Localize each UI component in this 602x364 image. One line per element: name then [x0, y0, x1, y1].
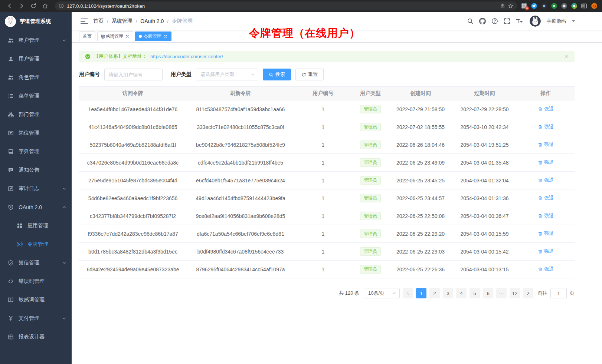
- page-number-button[interactable]: ···: [496, 288, 507, 298]
- sidebar-item[interactable]: 菜单管理: [0, 87, 72, 105]
- force-logout-button[interactable]: 强退: [538, 159, 554, 166]
- user-name[interactable]: 芋道源码: [547, 18, 566, 24]
- created-time-cell: 2022-07-02 18:55:55: [389, 118, 452, 136]
- force-logout-button[interactable]: 强退: [538, 266, 554, 272]
- sidebar-item[interactable]: 部门管理: [0, 105, 72, 124]
- app-window: 芋道管理系统 租户管理 用户管理 角色管理: [0, 12, 602, 364]
- breadcrumb-link[interactable]: 首页: [93, 18, 104, 24]
- reload-icon[interactable]: [30, 3, 36, 9]
- sidebar-item[interactable]: 报表设计器: [0, 328, 72, 346]
- search-icon[interactable]: [467, 18, 474, 24]
- breadcrumb-link[interactable]: OAuth 2.0: [140, 18, 164, 24]
- prev-page-button[interactable]: [403, 288, 413, 298]
- sidebar-item-label: 岗位管理: [19, 130, 66, 136]
- user-type-cell: 管理员: [352, 207, 389, 225]
- tab[interactable]: 敏感词管理: [97, 32, 133, 41]
- alert-doc-link[interactable]: https://doc.iocoder.cn/user-center/: [150, 54, 223, 59]
- app-logo: 芋道管理系统: [0, 12, 72, 31]
- role-icon: [8, 75, 14, 80]
- tab[interactable]: 首页: [79, 32, 95, 41]
- actions-cell: 强退: [517, 100, 575, 118]
- page-number-button[interactable]: 2: [429, 288, 440, 298]
- goto-page-input[interactable]: [550, 288, 567, 298]
- table-row: 275e5de9151045fe87cbdc395e004f4d e6cfd40…: [79, 172, 575, 189]
- sidebar-item[interactable]: 应用管理: [0, 216, 72, 235]
- user-id-cell: 1: [294, 172, 352, 189]
- extension-badge: 0: [525, 6, 529, 10]
- tab[interactable]: 令牌管理: [135, 32, 171, 41]
- user-id-cell: 1: [294, 225, 352, 243]
- reset-button[interactable]: 重置: [295, 69, 324, 80]
- user-avatar[interactable]: [530, 16, 541, 27]
- force-logout-button[interactable]: 强退: [538, 106, 554, 112]
- force-logout-button[interactable]: 强退: [538, 212, 554, 219]
- tab-close-icon[interactable]: [163, 34, 168, 39]
- grid-icon[interactable]: 0: [521, 3, 527, 9]
- breadcrumb-link[interactable]: 系统管理: [112, 18, 132, 24]
- sidebar-item[interactable]: 敏感词管理: [0, 291, 72, 309]
- address-bar[interactable]: 127.0.0.1:1024/system/oauth2/token: [55, 1, 517, 10]
- refresh-token-cell: b0df4980ffd34c67a08f9156e4eee733: [187, 243, 294, 261]
- page-number-button[interactable]: 6: [483, 288, 493, 298]
- sidebar-toggle-icon[interactable]: [81, 18, 88, 24]
- force-logout-label: 强退: [544, 230, 554, 237]
- access-token-cell: f9336e7c7dd242a283ee98dc86b17a87: [79, 225, 187, 243]
- home-icon[interactable]: [42, 3, 48, 9]
- fontsize-icon[interactable]: [516, 18, 523, 24]
- page-number-button[interactable]: 3: [443, 288, 453, 298]
- page-number-button[interactable]: 5: [470, 288, 480, 298]
- bookmark-star-icon[interactable]: [508, 3, 513, 9]
- force-logout-button[interactable]: 强退: [538, 141, 554, 148]
- github-icon[interactable]: [479, 18, 486, 24]
- sidebar-item[interactable]: 字典管理: [0, 142, 72, 161]
- page-number-button[interactable]: 12: [510, 288, 520, 298]
- rainbow-circle-icon[interactable]: [571, 3, 578, 9]
- sidebar-item[interactable]: 租户管理: [0, 31, 72, 50]
- force-logout-button[interactable]: 强退: [538, 177, 554, 183]
- search-button[interactable]: 搜索: [263, 69, 291, 80]
- sidebar-item[interactable]: 岗位管理: [0, 124, 72, 142]
- force-logout-button[interactable]: 强退: [538, 230, 554, 237]
- user-id-input[interactable]: [104, 69, 163, 80]
- dark-circle-icon[interactable]: [541, 3, 547, 9]
- alert-close-icon[interactable]: [565, 54, 569, 59]
- back-icon[interactable]: [7, 3, 13, 9]
- green-circle-icon[interactable]: [551, 3, 557, 9]
- force-logout-button[interactable]: 强退: [538, 195, 554, 201]
- breadcrumb-link[interactable]: 令牌管理: [172, 18, 193, 24]
- expire-time-cell: 2054-03-04 00:13:15: [452, 261, 517, 278]
- gray-circle-icon[interactable]: [561, 3, 567, 9]
- post-icon: [8, 130, 14, 136]
- page-number-button[interactable]: 1: [416, 288, 426, 298]
- bird-icon[interactable]: [531, 3, 537, 9]
- table-row: 41c41346a548490f9dc8b01c6bfe0865 333ecfc…: [79, 118, 575, 136]
- sidebar-item[interactable]: 用户管理: [0, 50, 72, 68]
- split-icon[interactable]: [581, 3, 588, 9]
- sidebar-item[interactable]: 通知公告: [0, 161, 72, 179]
- page-size-value: 10条/页: [368, 290, 385, 297]
- force-logout-button[interactable]: 强退: [538, 248, 554, 255]
- token-icon: [17, 241, 23, 247]
- user-type-select[interactable]: 请选择用户类型: [196, 69, 258, 80]
- next-page-button[interactable]: [523, 288, 533, 298]
- share-icon[interactable]: [500, 3, 505, 9]
- site-info-icon[interactable]: [59, 3, 64, 9]
- refresh-token-cell: e6cfd40eb1f54571a31e775e039c4624: [187, 172, 294, 189]
- caret-down-icon[interactable]: [572, 20, 575, 22]
- tab-close-icon[interactable]: [125, 34, 130, 39]
- page-number-button[interactable]: 4: [456, 288, 467, 298]
- sidebar-item[interactable]: 令牌管理: [0, 235, 72, 254]
- fullscreen-icon[interactable]: [504, 18, 510, 24]
- force-logout-button[interactable]: 强退: [538, 123, 554, 130]
- sidebar-item[interactable]: 角色管理: [0, 68, 72, 87]
- page-size-select[interactable]: 10条/页: [364, 288, 400, 298]
- sidebar-item-label: 错误码管理: [19, 278, 66, 285]
- forward-icon[interactable]: [19, 3, 24, 9]
- sidebar-item[interactable]: 短信管理: [0, 254, 72, 272]
- sidebar-item[interactable]: OAuth 2.0: [0, 198, 72, 216]
- sidebar-item[interactable]: 审计日志: [0, 179, 72, 198]
- help-icon[interactable]: [491, 18, 498, 24]
- smiley-icon[interactable]: [591, 3, 598, 9]
- sidebar-item[interactable]: 错误码管理: [0, 272, 72, 291]
- sidebar-item[interactable]: 支付管理: [0, 309, 72, 328]
